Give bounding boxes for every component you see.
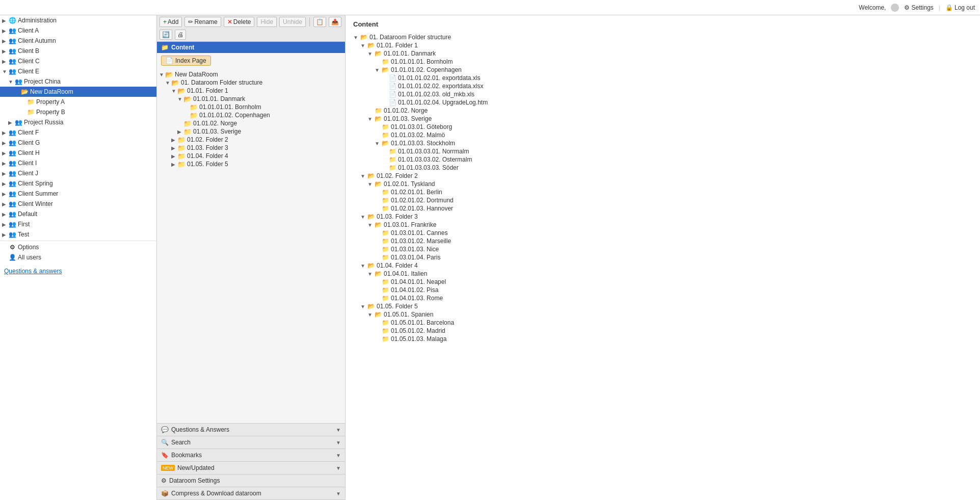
sidebar-item-client-h[interactable]: ▶ 👥 Client H bbox=[0, 148, 156, 158]
right-tree-item[interactable]: 📁01.04.01.02. Pisa bbox=[353, 286, 972, 294]
ctree-folder2[interactable]: ▶ 📁 01.02. Folder 2 bbox=[157, 136, 345, 144]
ctree-sverige[interactable]: ▶ 📁 01.01.03. Sverige bbox=[157, 127, 345, 136]
right-tree-item[interactable]: 📁01.03.01.03. Nice bbox=[353, 245, 972, 253]
logout-link[interactable]: 🔒 Log out bbox=[945, 4, 975, 11]
right-tree-item[interactable]: 📄01.01.01.02.02. exportdata.xlsx bbox=[353, 82, 972, 90]
right-tree-item[interactable]: ▼📂01.01.01.02. Copenhagen bbox=[353, 66, 972, 74]
ctree-new-dataroom[interactable]: ▼ 📂 New DataRoom bbox=[157, 70, 345, 78]
right-tree-item[interactable]: ▼📂01.01.01. Danmark bbox=[353, 49, 972, 58]
search-section-header[interactable]: 🔍 Search ▼ bbox=[157, 436, 345, 449]
right-tree-item[interactable]: 📁01.04.01.01. Neapel bbox=[353, 278, 972, 286]
sidebar-item-client-summer[interactable]: ▶ 👥 Client Summer bbox=[0, 189, 156, 199]
icon-btn-3[interactable]: 🔄 bbox=[160, 30, 172, 40]
arrow-icon: ▼ bbox=[367, 181, 374, 187]
right-tree-item[interactable]: ▼📂01.02. Folder 2 bbox=[353, 172, 972, 180]
right-tree-item[interactable]: ▼📂01.01. Folder 1 bbox=[353, 41, 972, 49]
sidebar-item-client-j[interactable]: ▶ 👥 Client J bbox=[0, 168, 156, 178]
compress-header[interactable]: 📦 Compress & Download dataroom ▼ bbox=[157, 487, 345, 499]
arrow-icon: ▶ bbox=[2, 18, 8, 23]
right-tree-item[interactable]: 📁01.05.01.01. Barcelona bbox=[353, 319, 972, 327]
right-tree-item[interactable]: 📁01.05.01.02. Madrid bbox=[353, 327, 972, 335]
ctree-folder3[interactable]: ▶ 📁 01.03. Folder 3 bbox=[157, 144, 345, 152]
ctree-folder4[interactable]: ▶ 📁 01.04. Folder 4 bbox=[157, 152, 345, 160]
settings-link[interactable]: ⚙ Settings bbox=[904, 4, 933, 11]
questions-answers-link[interactable]: Questions & answers bbox=[0, 265, 156, 277]
sidebar-item-project-china[interactable]: ▼ 👥 Project China bbox=[0, 76, 156, 87]
right-tree-item[interactable]: 📁01.04.01.03. Rome bbox=[353, 294, 972, 302]
icon-btn-4[interactable]: 🖨 bbox=[175, 30, 186, 40]
right-tree-item[interactable]: ▼📂01.01.03.03. Stockholm bbox=[353, 139, 972, 147]
sidebar-item-client-f[interactable]: ▶ 👥 Client F bbox=[0, 127, 156, 138]
sidebar-item-client-c[interactable]: ▶ 👥 Client C bbox=[0, 56, 156, 66]
right-tree-item[interactable]: 📁01.01.01.01. Bornholm bbox=[353, 58, 972, 66]
right-tree-item[interactable]: 📁01.03.01.02. Marseille bbox=[353, 237, 972, 245]
right-tree-item[interactable]: 📁01.02.01.02. Dortmund bbox=[353, 196, 972, 204]
ctree-danmark[interactable]: ▼ 📂 01.01.01. Danmark bbox=[157, 95, 345, 103]
right-tree-item[interactable]: ▼📂01.01.03. Sverige bbox=[353, 115, 972, 123]
ctree-folder5[interactable]: ▶ 📁 01.05. Folder 5 bbox=[157, 160, 345, 168]
ctree-dataroom-structure[interactable]: ▼ 📂 01. Dataroom Folder structure bbox=[157, 78, 345, 87]
folder-icon: 📂 bbox=[375, 221, 382, 228]
sidebar-item-client-i[interactable]: ▶ 👥 Client I bbox=[0, 158, 156, 168]
right-tree-item[interactable]: 📁01.01.03.03.03. Söder bbox=[353, 164, 972, 172]
sidebar-item-all-users[interactable]: 👤 All users bbox=[0, 252, 156, 262]
right-tree-item[interactable]: 📄01.01.01.02.03. old_mkb.xls bbox=[353, 90, 972, 98]
right-tree-item[interactable]: ▼📂01. Dataroom Folder structure bbox=[353, 33, 972, 41]
add-button[interactable]: + Add bbox=[160, 17, 182, 27]
bookmarks-section-header[interactable]: 🔖 Bookmarks ▼ bbox=[157, 449, 345, 461]
ctree-norge[interactable]: 📁 01.01.02. Norge bbox=[157, 119, 345, 127]
unhide-button[interactable]: Unhide bbox=[279, 17, 306, 27]
sidebar-item-property-b[interactable]: 📁 Property B bbox=[0, 107, 156, 117]
tree-item-label: 01.02.01.01. Berlin bbox=[391, 189, 442, 196]
right-tree-item[interactable]: 📁01.03.01.01. Cannes bbox=[353, 229, 972, 237]
right-tree-item[interactable]: 📁01.01.02. Norge bbox=[353, 107, 972, 115]
folder-icon: 📁 bbox=[190, 103, 198, 111]
sidebar-item-client-b[interactable]: ▶ 👥 Client B bbox=[0, 46, 156, 56]
dataroom-settings-header[interactable]: ⚙ Dataroom Settings bbox=[157, 475, 345, 487]
ctree-folder1[interactable]: ▼ 📂 01.01. Folder 1 bbox=[157, 87, 345, 95]
sidebar-item-client-e[interactable]: ▼ 👥 Client E bbox=[0, 66, 156, 76]
sidebar-item-project-russia[interactable]: ▶ 👥 Project Russia bbox=[0, 117, 156, 127]
sidebar-item-client-winter[interactable]: ▶ 👥 Client Winter bbox=[0, 199, 156, 209]
right-tree-item[interactable]: 📁01.03.01.04. Paris bbox=[353, 253, 972, 261]
right-tree-item[interactable]: 📁01.01.03.01. Göteborg bbox=[353, 123, 972, 131]
sidebar-item-first[interactable]: ▶ 👥 First bbox=[0, 219, 156, 229]
rename-button[interactable]: ✏ Rename bbox=[184, 17, 221, 27]
folder-icon: 📁 bbox=[177, 161, 186, 168]
right-tree-item[interactable]: ▼📂01.03. Folder 3 bbox=[353, 213, 972, 221]
sidebar-item-options[interactable]: ⚙ Options bbox=[0, 242, 156, 252]
right-tree-item[interactable]: 📁01.02.01.01. Berlin bbox=[353, 188, 972, 196]
sidebar-item-new-dataroom[interactable]: 📂 New DataRoom bbox=[0, 87, 156, 97]
right-tree-item[interactable]: ▼📂01.05.01. Spanien bbox=[353, 310, 972, 319]
sidebar-item-client-g[interactable]: ▶ 👥 Client G bbox=[0, 138, 156, 148]
right-tree-item[interactable]: ▼📂01.05. Folder 5 bbox=[353, 302, 972, 310]
right-tree-item[interactable]: 📁01.01.03.02. Malmö bbox=[353, 131, 972, 139]
index-page-button[interactable]: 📄 Index Page bbox=[161, 56, 211, 66]
right-tree-item[interactable]: 📄01.01.01.02.01. exportdata.xls bbox=[353, 74, 972, 82]
delete-button[interactable]: ✕ Delete bbox=[224, 17, 255, 27]
ctree-copenhagen[interactable]: 📁 01.01.01.02. Copenhagen bbox=[157, 111, 345, 119]
tree-item-label: 01.01.03.03.01. Norrmalm bbox=[398, 148, 469, 155]
sidebar-item-client-spring[interactable]: ▶ 👥 Client Spring bbox=[0, 178, 156, 189]
right-tree-item[interactable]: 📁01.02.01.03. Hannover bbox=[353, 204, 972, 213]
right-tree-item[interactable]: 📁01.01.03.03.02. Ostermalm bbox=[353, 155, 972, 164]
sidebar-item-administration[interactable]: ▶ 🌐 Administration bbox=[0, 15, 156, 25]
right-tree-item[interactable]: ▼📂01.04.01. Italien bbox=[353, 270, 972, 278]
right-tree-item[interactable]: ▼📂01.03.01. Frankrike bbox=[353, 221, 972, 229]
icon-btn-1[interactable]: 📋 bbox=[313, 17, 326, 27]
ctree-bornholm[interactable]: 📁 01.01.01.01. Bornholm bbox=[157, 103, 345, 111]
right-tree-item[interactable]: ▼📂01.02.01. Tyskland bbox=[353, 180, 972, 188]
sidebar-item-client-a[interactable]: ▶ 👥 Client A bbox=[0, 25, 156, 36]
sidebar-item-test[interactable]: ▶ 👥 Test bbox=[0, 229, 156, 240]
right-tree-item[interactable]: 📁01.05.01.03. Malaga bbox=[353, 335, 972, 343]
icon-btn-2[interactable]: 📤 bbox=[329, 17, 341, 27]
new-updated-header[interactable]: NEW New/Updated ▼ bbox=[157, 462, 345, 474]
sidebar-item-property-a[interactable]: 📁 Property A bbox=[0, 97, 156, 107]
qa-section-header[interactable]: 💬 Questions & Answers ▼ bbox=[157, 424, 345, 436]
right-tree-item[interactable]: ▼📂01.04. Folder 4 bbox=[353, 261, 972, 270]
sidebar-item-client-autumn[interactable]: ▶ 👥 Client Autumn bbox=[0, 36, 156, 46]
right-tree-item[interactable]: 📄01.01.01.02.04. UpgradeLog.htm bbox=[353, 98, 972, 107]
right-tree-item[interactable]: 📁01.01.03.03.01. Norrmalm bbox=[353, 147, 972, 155]
hide-button[interactable]: Hide bbox=[257, 17, 277, 27]
sidebar-item-default[interactable]: ▶ 👥 Default bbox=[0, 209, 156, 219]
